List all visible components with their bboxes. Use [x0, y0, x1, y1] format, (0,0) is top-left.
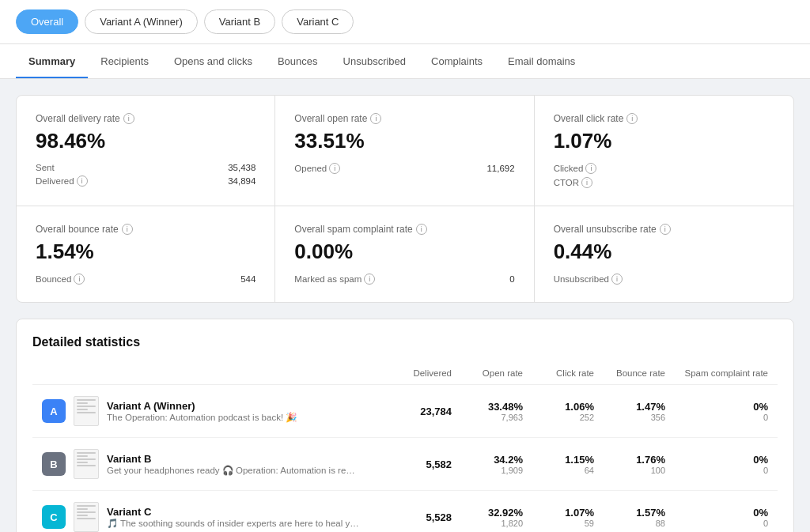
sent-value: 35,438	[228, 163, 255, 172]
top-tabs-bar: Overall Variant A (Winner) Variant B Var…	[0, 0, 810, 44]
nav-tab-complaints[interactable]: Complaints	[418, 44, 495, 78]
col-header-click-rate: Click rate	[523, 368, 594, 378]
variant-row-c[interactable]: C Variant C 🎵 The soothing sounds of ins…	[32, 491, 778, 532]
tab-variant-a[interactable]: Variant A (Winner)	[85, 9, 198, 34]
variant-c-thumbnail	[74, 502, 99, 532]
stat-click-value: 1.07%	[554, 129, 774, 153]
open-rate-info-icon[interactable]: i	[370, 113, 381, 124]
nav-tab-email-domains[interactable]: Email domains	[495, 44, 588, 78]
stat-open-value: 33.51%	[294, 129, 514, 153]
thumb-line	[77, 412, 96, 413]
nav-tab-summary[interactable]: Summary	[16, 44, 88, 78]
variant-b-name: Variant B	[107, 453, 373, 465]
sent-label: Sent	[36, 163, 55, 172]
tab-overall[interactable]: Overall	[16, 9, 78, 34]
tab-variant-b[interactable]: Variant B	[204, 9, 276, 34]
ctor-label: CTOR i	[554, 177, 592, 188]
unsub-rate-info-icon[interactable]: i	[660, 224, 671, 235]
col-header-open-rate: Open rate	[452, 368, 523, 378]
thumb-line	[77, 518, 96, 519]
stat-delivery-value: 98.46%	[36, 129, 255, 153]
variant-a-spam-rate: 0% 0	[665, 401, 768, 422]
stats-grid: Overall delivery rate i 98.46% Sent 35,4…	[16, 95, 794, 303]
unsubscribed-label: Unsubscribed i	[554, 274, 623, 285]
variant-c-text: Variant C 🎵 The soothing sounds of insid…	[107, 506, 373, 529]
table-header: Delivered Open rate Click rate Bounce ra…	[32, 362, 778, 385]
variant-a-open-rate: 33.48% 7,963	[452, 401, 523, 422]
variant-c-click-rate: 1.07% 59	[523, 507, 594, 528]
variant-b-bounce-rate: 1.76% 100	[594, 454, 665, 475]
bounced-value: 544	[240, 274, 255, 284]
variant-b-text: Variant B Get your headphones ready 🎧 Op…	[107, 453, 373, 476]
stat-unsub-label: Overall unsubscribe rate i	[554, 224, 774, 235]
ctor-info-icon[interactable]: i	[581, 177, 592, 188]
variant-c-subject: 🎵 The soothing sounds of insider experts…	[107, 518, 360, 529]
thumb-line	[77, 505, 96, 507]
thumb-line	[77, 458, 96, 460]
variant-a-thumbnail	[74, 396, 99, 426]
stat-spam-value: 0.00%	[294, 240, 514, 264]
stat-marked-spam-row: Marked as spam i 0	[294, 274, 514, 285]
detailed-statistics-title: Detailed statistics	[32, 335, 778, 349]
stat-clicked-row: Clicked i	[554, 163, 774, 174]
stat-unsub-value: 0.44%	[554, 240, 774, 264]
marked-spam-label: Marked as spam i	[294, 274, 375, 285]
stat-delivered-row: Delivered i 34,894	[36, 175, 255, 187]
variant-a-subject: The Operation: Automation podcast is bac…	[107, 412, 360, 423]
variant-b-click-rate: 1.15% 64	[523, 454, 594, 475]
tab-variant-c[interactable]: Variant C	[282, 9, 354, 34]
click-rate-info-icon[interactable]: i	[626, 113, 638, 124]
stat-delivery-rate: Overall delivery rate i 98.46% Sent 35,4…	[17, 96, 275, 206]
col-header-bounce-rate: Bounce rate	[594, 368, 665, 378]
nav-tab-recipients[interactable]: Recipients	[88, 44, 161, 78]
thumb-line	[77, 455, 88, 457]
thumb-line	[77, 452, 96, 454]
delivered-value: 34,894	[228, 176, 255, 186]
stat-unsub-rate: Overall unsubscribe rate i 0.44% Unsubsc…	[535, 206, 793, 302]
thumb-line	[77, 409, 88, 410]
thumb-line	[77, 402, 88, 404]
bounced-label: Bounced i	[36, 274, 85, 285]
nav-tab-bounces[interactable]: Bounces	[265, 44, 331, 78]
variant-row-a[interactable]: A Variant A (Winner) The Operation: Auto…	[32, 385, 778, 438]
bounced-info-icon[interactable]: i	[74, 274, 85, 285]
variant-a-info: A Variant A (Winner) The Operation: Auto…	[42, 396, 373, 426]
clicked-info-icon[interactable]: i	[585, 163, 596, 174]
stat-ctor-row: CTOR i	[554, 177, 774, 188]
spam-rate-info-icon[interactable]: i	[416, 224, 427, 235]
nav-tab-opens-clicks[interactable]: Opens and clicks	[161, 44, 265, 78]
unsubscribed-info-icon[interactable]: i	[611, 274, 623, 285]
stat-bounce-label: Overall bounce rate i	[36, 224, 255, 235]
col-header-spam-rate: Spam complaint rate	[665, 368, 768, 378]
stat-bounce-rate: Overall bounce rate i 1.54% Bounced i 54…	[17, 206, 275, 302]
stat-open-label: Overall open rate i	[294, 113, 514, 124]
bounce-rate-info-icon[interactable]: i	[122, 224, 133, 235]
main-content: Overall delivery rate i 98.46% Sent 35,4…	[0, 79, 810, 532]
marked-spam-info-icon[interactable]: i	[364, 274, 375, 285]
variant-b-spam-rate: 0% 0	[665, 454, 768, 475]
stat-unsubscribed-row: Unsubscribed i	[554, 274, 774, 285]
thumb-line	[77, 399, 96, 401]
nav-tab-unsubscribed[interactable]: Unsubscribed	[331, 44, 419, 78]
variant-a-click-rate: 1.06% 252	[523, 401, 594, 422]
stat-click-rate: Overall click rate i 1.07% Clicked i CTO…	[535, 96, 793, 206]
variant-row-b[interactable]: B Variant B Get your headphones ready 🎧 …	[32, 438, 778, 491]
thumb-line	[77, 462, 88, 463]
opened-info-icon[interactable]: i	[329, 163, 340, 174]
col-header-name	[42, 368, 373, 378]
variant-a-text: Variant A (Winner) The Operation: Automa…	[107, 400, 373, 423]
stat-spam-label: Overall spam complaint rate i	[294, 224, 514, 235]
delivery-rate-info-icon[interactable]: i	[123, 113, 134, 124]
opened-label: Opened i	[294, 163, 340, 174]
variant-b-subject: Get your headphones ready 🎧 Operation: A…	[107, 465, 360, 476]
stat-open-rate: Overall open rate i 33.51% Opened i 11,6…	[275, 96, 534, 206]
stat-sent-row: Sent 35,438	[36, 163, 255, 172]
delivered-info-icon[interactable]: i	[77, 175, 88, 187]
variant-c-bounce-rate: 1.57% 88	[594, 507, 665, 528]
col-header-delivered: Delivered	[373, 368, 452, 378]
delivered-label: Delivered i	[36, 175, 88, 187]
clicked-label: Clicked i	[554, 163, 597, 174]
marked-spam-value: 0	[509, 274, 514, 284]
opened-value: 11,692	[486, 164, 514, 173]
thumb-line	[77, 515, 88, 516]
